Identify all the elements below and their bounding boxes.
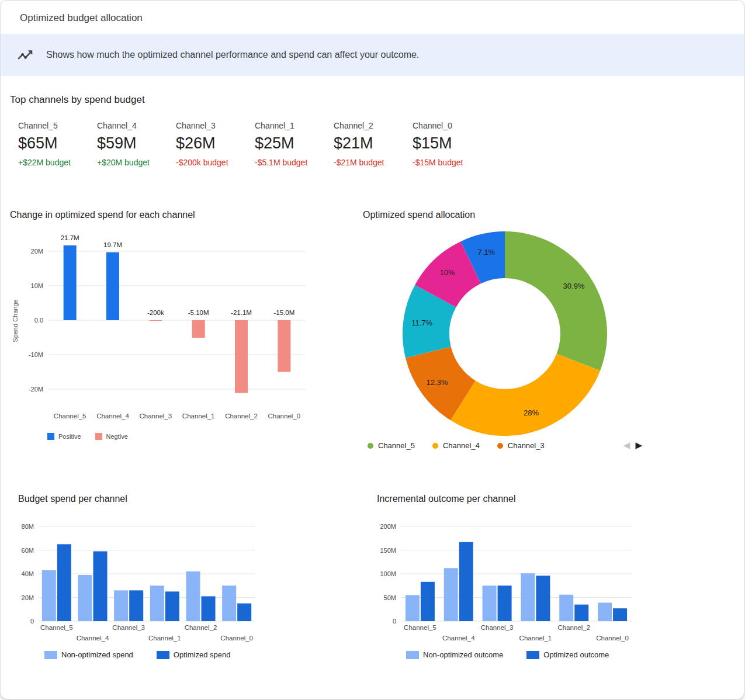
- y-tick-label: 20M: [31, 248, 43, 255]
- optimized-budget-allocation-panel: Optimized budget allocation Shows how mu…: [0, 0, 744, 699]
- channel-spend-value: $65M: [18, 134, 97, 153]
- slice-percent-label: 28%: [524, 408, 539, 417]
- budget-spend-chart: Budget spend per channel 020M40M60M80MCh…: [18, 491, 272, 674]
- optimized-bar: [57, 544, 71, 621]
- bar-value-label: 19.7M: [103, 241, 122, 248]
- incremental-outcome-plot: 050M100M150M200MChannel_5Channel_4Channe…: [377, 516, 647, 646]
- legend-swatch: [368, 443, 373, 449]
- optimized-bar: [536, 576, 550, 621]
- channel-name: Channel_0: [413, 121, 491, 130]
- optimized-bar: [93, 552, 108, 621]
- y-axis-label: Spend Change: [12, 299, 19, 342]
- non-optimized-bar: [114, 590, 128, 621]
- x-category-label: Channel_0: [220, 635, 253, 642]
- non-optimized-bar: [78, 575, 92, 621]
- y-tick-label: 0: [30, 618, 34, 625]
- legend-item: Optimized spend: [157, 650, 231, 659]
- non-optimized-bar: [150, 585, 164, 621]
- non-optimized-bar: [42, 570, 56, 621]
- x-category-label: Channel_1: [182, 413, 215, 420]
- legend-item: Negtive: [95, 433, 128, 440]
- x-category-label: Channel_5: [40, 624, 73, 631]
- legend-swatch: [47, 433, 54, 440]
- y-tick-label: 50M: [384, 594, 396, 601]
- donut-slice: [451, 354, 600, 436]
- spend-allocation-legend: Channel_5Channel_4Channel_3: [368, 441, 562, 450]
- channel-card: Channel_1$25M-$5.1M budget: [255, 121, 334, 167]
- legend-label: Optimized spend: [174, 650, 231, 659]
- bar-value-label: -15.0M: [273, 309, 294, 316]
- channel-budget-delta: -$200k budget: [176, 158, 255, 167]
- donut-slice: [505, 231, 607, 370]
- y-tick-label: -20M: [29, 386, 43, 393]
- budget-spend-plot: 020M40M60M80MChannel_5Channel_4Channel_3…: [18, 516, 272, 646]
- y-tick-label: 150M: [380, 547, 396, 554]
- incremental-outcome-chart-title: Incremental outcome per channel: [377, 494, 515, 504]
- channel-budget-delta: -$15M budget: [413, 158, 491, 167]
- spend-change-chart: Change in optimized spend for each chann…: [10, 209, 330, 454]
- legend-prev-button[interactable]: ◀: [623, 440, 630, 450]
- spend-change-bar: [64, 245, 77, 320]
- x-category-label: Channel_3: [140, 413, 172, 420]
- y-tick-label: -10M: [29, 351, 43, 358]
- spend-change-bar: [106, 252, 119, 320]
- channel-card: Channel_3$26M-$200k budget: [176, 121, 255, 167]
- x-category-label: Channel_5: [404, 624, 436, 631]
- info-banner-text: Shows how much the optimized channel per…: [46, 50, 419, 60]
- spend-change-bar: [235, 320, 248, 393]
- y-tick-label: 0.0: [34, 317, 43, 324]
- slice-percent-label: 30.9%: [563, 282, 585, 290]
- x-category-label: Channel_2: [185, 624, 217, 631]
- x-category-label: Channel_5: [54, 413, 86, 420]
- bar-value-label: 21.7M: [61, 234, 79, 241]
- spend-allocation-chart: Optimized spend allocation 30.9%28%12.3%…: [363, 209, 647, 461]
- legend-item: Positive: [47, 433, 81, 440]
- channel-name: Channel_5: [18, 121, 97, 130]
- slice-percent-label: 12.3%: [427, 378, 448, 387]
- legend-swatch: [526, 651, 539, 659]
- top-channels-cards: Channel_5$65M+$22M budgetChannel_4$59M+$…: [18, 121, 491, 167]
- bar-value-label: -21.1M: [231, 309, 252, 316]
- optimized-bar: [574, 605, 588, 621]
- legend-next-button[interactable]: ▶: [635, 440, 642, 450]
- info-banner: Shows how much the optimized channel per…: [1, 34, 744, 76]
- y-tick-label: 0: [393, 618, 396, 625]
- y-tick-label: 200M: [380, 523, 396, 530]
- x-category-label: Channel_1: [148, 635, 181, 642]
- legend-swatch: [157, 651, 169, 659]
- non-optimized-bar: [406, 595, 420, 621]
- y-tick-label: 60M: [22, 547, 34, 554]
- y-tick-label: 20M: [22, 594, 34, 601]
- channel-card: Channel_0$15M-$15M budget: [413, 121, 491, 167]
- optimized-bar: [498, 585, 512, 621]
- x-category-label: Channel_2: [557, 624, 590, 631]
- spend-allocation-chart-title: Optimized spend allocation: [363, 210, 475, 220]
- legend-swatch: [406, 651, 419, 659]
- legend-label: Channel_4: [443, 441, 480, 450]
- x-category-label: Channel_3: [112, 624, 145, 631]
- trending-up-icon: [16, 46, 34, 64]
- legend-item: Channel_4: [432, 441, 480, 450]
- legend-label: Optimized outcome: [543, 650, 609, 659]
- channel-budget-delta: -$5.1M budget: [255, 158, 334, 167]
- non-optimized-bar: [521, 573, 535, 621]
- non-optimized-bar: [559, 595, 573, 621]
- legend-label: Positive: [58, 433, 81, 440]
- legend-pager: ◀ ▶: [623, 440, 642, 451]
- legend-label: Non-optimized outcome: [423, 650, 503, 659]
- optimized-bar: [165, 591, 179, 621]
- channel-spend-value: $26M: [176, 134, 255, 153]
- budget-spend-chart-title: Budget spend per channel: [18, 494, 127, 504]
- channel-budget-delta: +$22M budget: [18, 158, 97, 167]
- legend-swatch: [432, 443, 438, 449]
- legend-label: Non-optimized spend: [61, 650, 133, 659]
- non-optimized-bar: [598, 602, 612, 621]
- channel-name: Channel_3: [176, 121, 255, 130]
- channel-name: Channel_2: [334, 121, 413, 130]
- incremental-outcome-chart: Incremental outcome per channel 050M100M…: [377, 491, 647, 674]
- optimized-bar: [202, 596, 216, 621]
- legend-item: Non-optimized outcome: [406, 650, 503, 659]
- spend-change-plot: 20M10M0.0-10M-20MSpend Change21.7MChanne…: [10, 227, 330, 429]
- x-category-label: Channel_4: [442, 635, 475, 642]
- legend-item: Optimized outcome: [526, 650, 609, 659]
